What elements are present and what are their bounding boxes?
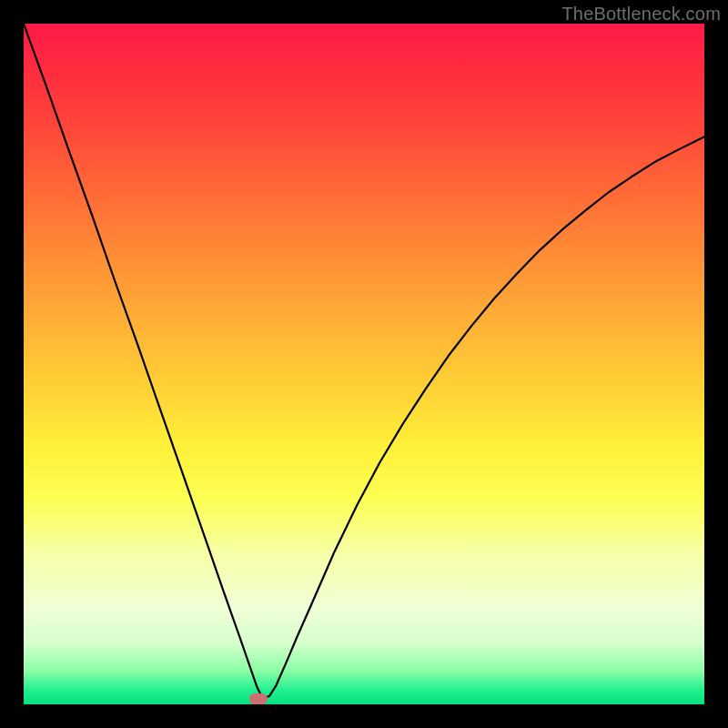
bottleneck-curve	[24, 24, 704, 698]
watermark-text: TheBottleneck.com	[561, 4, 721, 25]
optimal-point-marker	[249, 693, 268, 704]
curve-layer	[24, 24, 704, 704]
plot-area	[24, 24, 704, 704]
chart-frame: TheBottleneck.com	[0, 0, 728, 728]
